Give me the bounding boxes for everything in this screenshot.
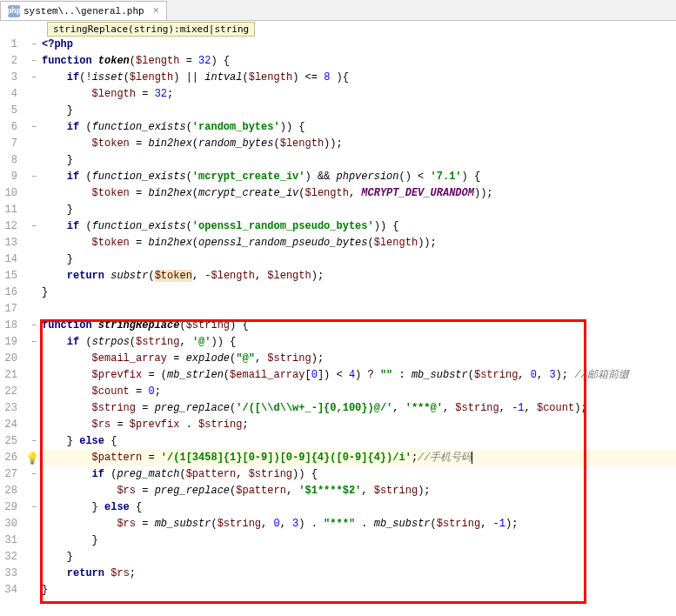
line-number: 8 bbox=[0, 152, 17, 169]
line-number: 12 bbox=[0, 218, 17, 235]
code-line[interactable]: return $rs; bbox=[42, 566, 676, 582]
line-number: 2 bbox=[0, 53, 17, 70]
fold-marker bbox=[30, 351, 42, 367]
code-editor[interactable]: 1234567891011121314151617181920212223242… bbox=[0, 37, 676, 599]
lightbulb-icon[interactable]: 💡 bbox=[25, 451, 39, 467]
fold-marker[interactable]: − bbox=[30, 53, 42, 70]
code-line[interactable]: } bbox=[42, 202, 676, 218]
fold-marker[interactable]: − bbox=[30, 70, 42, 86]
line-number: 20 bbox=[0, 351, 17, 367]
line-number: 11 bbox=[0, 202, 17, 218]
fold-marker bbox=[30, 367, 42, 384]
line-number: 16 bbox=[0, 285, 17, 301]
line-number: 17 bbox=[0, 301, 17, 318]
fold-marker[interactable]: − bbox=[30, 119, 42, 136]
fold-marker bbox=[30, 251, 42, 268]
line-number: 24 bbox=[0, 417, 17, 433]
line-number: 5 bbox=[0, 103, 17, 119]
tab-bar: php system\..\general.php × bbox=[0, 0, 676, 21]
fold-marker bbox=[30, 301, 42, 318]
fold-marker[interactable]: − bbox=[30, 37, 42, 53]
fold-marker[interactable]: − bbox=[30, 334, 42, 351]
code-line[interactable] bbox=[42, 301, 676, 318]
fold-gutter[interactable]: −−−−−−−−−−− bbox=[30, 37, 42, 599]
fold-marker bbox=[30, 86, 42, 103]
file-tab[interactable]: php system\..\general.php × bbox=[0, 1, 167, 20]
line-number: 4 bbox=[0, 86, 17, 103]
fold-marker[interactable]: − bbox=[30, 218, 42, 235]
fold-marker bbox=[30, 136, 42, 152]
line-number: 7 bbox=[0, 136, 17, 152]
fold-marker bbox=[30, 185, 42, 202]
fold-marker bbox=[30, 202, 42, 218]
fold-marker[interactable]: − bbox=[30, 169, 42, 185]
line-number: 13 bbox=[0, 235, 17, 251]
code-line[interactable]: $rs = mb_substr($string, 0, 3) . "***" .… bbox=[42, 516, 676, 532]
code-line[interactable]: } else { bbox=[42, 499, 676, 516]
tab-label: system\..\general.php bbox=[23, 6, 144, 17]
code-line[interactable]: $rs = preg_replace($pattern, '$1****$2',… bbox=[42, 483, 676, 499]
fold-marker bbox=[30, 532, 42, 549]
code-line[interactable]: } bbox=[42, 285, 676, 301]
code-line[interactable]: if(!isset($length) || intval($length) <=… bbox=[42, 70, 676, 86]
line-number: 10 bbox=[0, 185, 17, 202]
code-line[interactable]: } bbox=[42, 103, 676, 119]
line-number: 1 bbox=[0, 37, 17, 53]
code-line[interactable]: <?php bbox=[42, 37, 676, 53]
fold-marker bbox=[30, 516, 42, 532]
line-number: 18 bbox=[0, 318, 17, 334]
fold-marker[interactable]: − bbox=[30, 466, 42, 483]
code-line[interactable]: $email_array = explode("@", $string); bbox=[42, 351, 676, 367]
code-line[interactable]: } bbox=[42, 152, 676, 169]
code-line[interactable]: $count = 0; bbox=[42, 384, 676, 400]
code-line[interactable]: $token = bin2hex(openssl_random_pseudo_b… bbox=[42, 235, 676, 251]
code-line[interactable]: return substr($token, -$length, $length)… bbox=[42, 268, 676, 285]
line-number: 32 bbox=[0, 549, 17, 566]
fold-marker[interactable]: − bbox=[30, 433, 42, 450]
code-line[interactable]: } bbox=[42, 251, 676, 268]
line-number: 29 bbox=[0, 499, 17, 516]
line-number: 22 bbox=[0, 384, 17, 400]
code-line[interactable]: $rs = $prevfix . $string; bbox=[42, 417, 676, 433]
signature-tooltip-row: stringReplace(string):mixed|string bbox=[0, 21, 676, 37]
code-line[interactable]: $prevfix = (mb_strlen($email_array[0]) <… bbox=[42, 367, 676, 384]
code-line[interactable]: $string = preg_replace('/([\\d\\w+_-]{0,… bbox=[42, 400, 676, 417]
fold-marker bbox=[30, 152, 42, 169]
fold-marker bbox=[30, 103, 42, 119]
close-icon[interactable]: × bbox=[153, 5, 159, 17]
line-number: 30 bbox=[0, 516, 17, 532]
code-line[interactable]: $token = bin2hex(mcrypt_create_iv($lengt… bbox=[42, 185, 676, 202]
fold-marker bbox=[30, 285, 42, 301]
code-line[interactable]: } bbox=[42, 582, 676, 599]
code-line[interactable]: if (function_exists('mcrypt_create_iv') … bbox=[42, 169, 676, 185]
line-number: 3 bbox=[0, 70, 17, 86]
line-number: 23 bbox=[0, 400, 17, 417]
line-number-gutter: 1234567891011121314151617181920212223242… bbox=[0, 37, 30, 599]
code-line[interactable]: 💡 $pattern = '/(1[3458]{1}[0-9])[0-9]{4}… bbox=[42, 450, 676, 466]
fold-marker[interactable]: − bbox=[30, 318, 42, 334]
code-line[interactable]: } bbox=[42, 532, 676, 549]
fold-marker bbox=[30, 268, 42, 285]
code-line[interactable]: if (preg_match($pattern, $string)) { bbox=[42, 466, 676, 483]
fold-marker bbox=[30, 400, 42, 417]
line-number: 34 bbox=[0, 582, 17, 599]
fold-marker bbox=[30, 384, 42, 400]
code-line[interactable]: $length = 32; bbox=[42, 86, 676, 103]
code-line[interactable]: if (strpos($string, '@')) { bbox=[42, 334, 676, 351]
fold-marker bbox=[30, 235, 42, 251]
fold-marker[interactable]: − bbox=[30, 499, 42, 516]
code-line[interactable]: if (function_exists('random_bytes')) { bbox=[42, 119, 676, 136]
line-number: 28 bbox=[0, 483, 17, 499]
line-number: 21 bbox=[0, 367, 17, 384]
code-line[interactable]: } bbox=[42, 549, 676, 566]
line-number: 19 bbox=[0, 334, 17, 351]
code-line[interactable]: } else { bbox=[42, 433, 676, 450]
code-line[interactable]: function token($length = 32) { bbox=[42, 53, 676, 70]
code-area[interactable]: <?phpfunction token($length = 32) { if(!… bbox=[42, 37, 676, 599]
code-line[interactable]: if (function_exists('openssl_random_pseu… bbox=[42, 218, 676, 235]
fold-marker bbox=[30, 549, 42, 566]
code-line[interactable]: function stringReplace($string) { bbox=[42, 318, 676, 334]
line-number: 14 bbox=[0, 251, 17, 268]
code-line[interactable]: $token = bin2hex(random_bytes($length)); bbox=[42, 136, 676, 152]
line-number: 26 bbox=[0, 450, 17, 466]
